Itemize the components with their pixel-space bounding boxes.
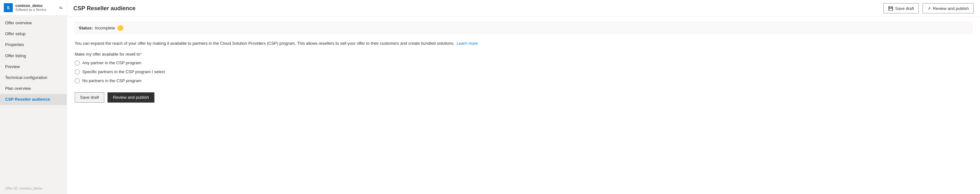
app-logo-icon: S (4, 3, 13, 12)
app-subtitle: Software as a Service (15, 8, 46, 12)
save-draft-top-icon: 💾 (888, 6, 893, 11)
main-content: CSP Reseller audience 💾 Save draft ↗ Rev… (67, 0, 980, 194)
sidebar-item-offer-listing[interactable]: Offer listing (0, 50, 67, 61)
sidebar-item-csp-reseller-audience[interactable]: CSP Reseller audience (0, 94, 67, 105)
learn-more-link[interactable]: Learn more (457, 41, 478, 46)
description-text: You can expand the reach of your offer b… (75, 40, 972, 46)
radio-any-partner[interactable] (75, 60, 80, 66)
review-publish-top-label: Review and publish (933, 6, 969, 11)
sidebar-item-properties[interactable]: Properties (0, 39, 67, 50)
required-marker: * (140, 52, 142, 56)
status-value: Incomplete (95, 26, 115, 30)
app-name: contoso_demo (15, 3, 46, 8)
sidebar-header: S contoso_demo Software as a Service ⇆ (0, 0, 67, 16)
bottom-actions: Save draft Review and publish (75, 92, 972, 103)
topbar-actions: 💾 Save draft ↗ Review and publish (883, 3, 974, 13)
status-bar: Status: Incomplete 🟡 (75, 22, 972, 34)
sidebar-nav: Offer overview Offer setup Properties Of… (0, 16, 67, 184)
radio-option-no-partners[interactable]: No partners in the CSP program (75, 78, 972, 83)
radio-no-partners[interactable] (75, 78, 80, 83)
radio-specific-partners[interactable] (75, 69, 80, 74)
sidebar-expand-icon[interactable]: ⇆ (59, 5, 63, 10)
sidebar-item-plan-overview[interactable]: Plan overview (0, 83, 67, 94)
radio-group: Any partner in the CSP program Specific … (75, 60, 972, 83)
field-label: Make my offer available for resell to* (75, 52, 972, 56)
radio-specific-partners-label[interactable]: Specific partners in the CSP program I s… (82, 69, 165, 74)
page-title: CSP Reseller audience (73, 5, 883, 12)
status-label: Status: (79, 26, 93, 30)
review-publish-bottom-button[interactable]: Review and publish (108, 92, 154, 103)
sidebar-item-preview[interactable]: Preview (0, 61, 67, 72)
save-draft-bottom-button[interactable]: Save draft (75, 92, 104, 103)
radio-any-partner-label[interactable]: Any partner in the CSP program (82, 60, 141, 65)
offer-id-label: Offer ID: contoso_demo (0, 184, 67, 194)
radio-option-any-partner[interactable]: Any partner in the CSP program (75, 60, 972, 66)
content-area: Status: Incomplete 🟡 You can expand the … (67, 17, 980, 194)
review-publish-top-button[interactable]: ↗ Review and publish (923, 3, 974, 13)
review-publish-top-icon: ↗ (928, 6, 931, 11)
sidebar: S contoso_demo Software as a Service ⇆ O… (0, 0, 67, 194)
sidebar-item-offer-setup[interactable]: Offer setup (0, 29, 67, 39)
sidebar-item-technical-configuration[interactable]: Technical configuration (0, 72, 67, 83)
status-icon: 🟡 (117, 25, 124, 31)
radio-option-specific-partners[interactable]: Specific partners in the CSP program I s… (75, 69, 972, 74)
radio-no-partners-label[interactable]: No partners in the CSP program (82, 78, 141, 83)
save-draft-top-button[interactable]: 💾 Save draft (883, 3, 919, 13)
sidebar-item-offer-overview[interactable]: Offer overview (0, 18, 67, 29)
save-draft-top-label: Save draft (895, 6, 914, 11)
topbar: CSP Reseller audience 💾 Save draft ↗ Rev… (67, 0, 980, 17)
sidebar-app-info: contoso_demo Software as a Service (15, 3, 46, 12)
